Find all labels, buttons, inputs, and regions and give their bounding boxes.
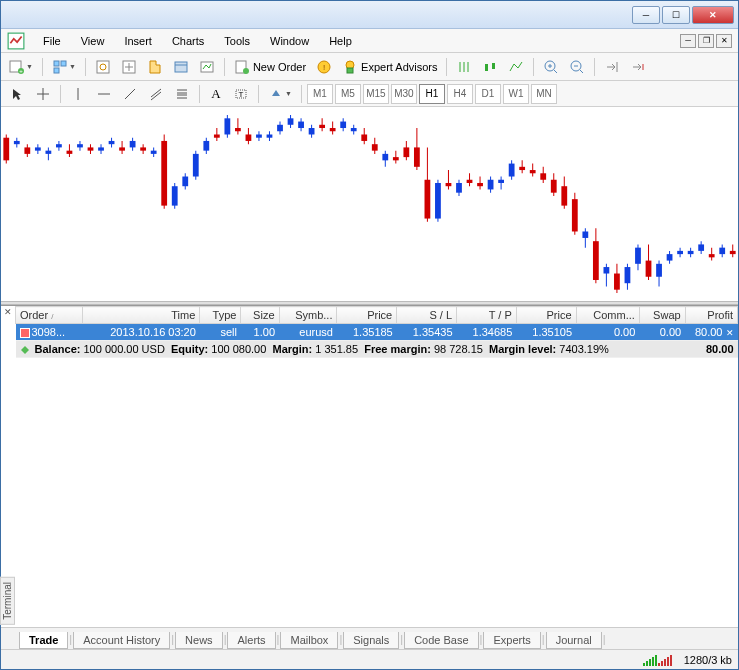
tab-account-history[interactable]: Account History — [73, 632, 170, 649]
svg-rect-115 — [351, 128, 357, 131]
col-order[interactable]: Order / — [16, 307, 83, 324]
svg-rect-81 — [172, 186, 178, 205]
tab-trade[interactable]: Trade — [19, 632, 68, 649]
line-chart-button[interactable] — [504, 56, 528, 78]
svg-rect-179 — [688, 251, 694, 254]
menubar: File View Insert Charts Tools Window Hel… — [1, 29, 738, 53]
tab-alerts[interactable]: Alerts — [227, 632, 275, 649]
cursor-button[interactable] — [5, 83, 29, 105]
chart-shift-button[interactable] — [626, 56, 650, 78]
timeframe-w1[interactable]: W1 — [503, 84, 529, 104]
svg-rect-159 — [582, 231, 588, 237]
crosshair-button[interactable] — [31, 83, 55, 105]
horizontal-line-button[interactable] — [92, 83, 116, 105]
menu-charts[interactable]: Charts — [162, 32, 214, 50]
tab-journal[interactable]: Journal — [546, 632, 602, 649]
menu-help[interactable]: Help — [319, 32, 362, 50]
auto-scroll-button[interactable] — [600, 56, 624, 78]
col-type[interactable]: Type — [200, 307, 241, 324]
terminal-close-button[interactable]: ✕ — [2, 307, 14, 319]
timeframe-h1[interactable]: H1 — [419, 84, 445, 104]
zoom-in-button[interactable] — [539, 56, 563, 78]
timeframe-m30[interactable]: M30 — [391, 84, 417, 104]
mdi-close-button[interactable]: ✕ — [716, 34, 732, 48]
menu-file[interactable]: File — [33, 32, 71, 50]
col-profit[interactable]: Profit — [685, 307, 737, 324]
order-row[interactable]: 3098... 2013.10.16 03:20 sell 1.00 eurus… — [16, 324, 738, 341]
order-icon — [20, 328, 30, 338]
mdi-restore-button[interactable]: ❐ — [698, 34, 714, 48]
svg-rect-109 — [319, 125, 325, 128]
text-button[interactable]: A — [205, 83, 227, 105]
window-close-button[interactable]: ✕ — [692, 6, 734, 24]
col-symbol[interactable]: Symb... — [279, 307, 337, 324]
new-chart-button[interactable]: +▼ — [5, 56, 37, 78]
timeframe-m1[interactable]: M1 — [307, 84, 333, 104]
svg-rect-49 — [3, 138, 9, 161]
strategy-tester-button[interactable] — [195, 56, 219, 78]
menu-window[interactable]: Window — [260, 32, 319, 50]
timeframe-mn[interactable]: MN — [531, 84, 557, 104]
svg-rect-87 — [203, 141, 209, 151]
metaquotes-button[interactable]: ! — [312, 56, 336, 78]
traffic-label: 1280/3 kb — [684, 654, 732, 666]
svg-rect-79 — [161, 141, 167, 206]
window-minimize-button[interactable]: ─ — [632, 6, 660, 24]
tab-signals[interactable]: Signals — [343, 632, 399, 649]
trendline-button[interactable] — [118, 83, 142, 105]
timeframe-m15[interactable]: M15 — [363, 84, 389, 104]
svg-rect-71 — [119, 147, 125, 150]
timeframe-m5[interactable]: M5 — [335, 84, 361, 104]
titlebar: ─ ☐ ✕ — [1, 1, 738, 29]
bar-chart-button[interactable] — [452, 56, 476, 78]
candle-chart-button[interactable] — [478, 56, 502, 78]
menu-tools[interactable]: Tools — [214, 32, 260, 50]
svg-rect-55 — [35, 147, 41, 150]
menu-view[interactable]: View — [71, 32, 115, 50]
tab-code-base[interactable]: Code Base — [404, 632, 478, 649]
mdi-minimize-button[interactable]: ─ — [680, 34, 696, 48]
svg-rect-103 — [288, 118, 294, 124]
col-tp[interactable]: T / P — [457, 307, 517, 324]
text-label-button[interactable]: T — [229, 83, 253, 105]
tab-experts[interactable]: Experts — [483, 632, 540, 649]
arrows-button[interactable]: ▼ — [264, 83, 296, 105]
svg-rect-125 — [403, 147, 409, 157]
svg-rect-133 — [446, 183, 452, 186]
col-sl[interactable]: S / L — [397, 307, 457, 324]
col-price[interactable]: Price — [337, 307, 397, 324]
svg-rect-7 — [97, 61, 109, 73]
tab-news[interactable]: News — [175, 632, 223, 649]
market-watch-button[interactable] — [91, 56, 115, 78]
col-time[interactable]: Time — [83, 307, 200, 324]
new-order-button[interactable]: New Order — [230, 56, 310, 78]
profiles-button[interactable]: ▼ — [48, 56, 80, 78]
terminal-button[interactable] — [169, 56, 193, 78]
expert-advisors-button[interactable]: Expert Advisors — [338, 56, 441, 78]
svg-rect-105 — [298, 122, 304, 128]
tab-mailbox[interactable]: Mailbox — [280, 632, 338, 649]
menu-insert[interactable]: Insert — [114, 32, 162, 50]
col-size[interactable]: Size — [241, 307, 279, 324]
zoom-out-button[interactable] — [565, 56, 589, 78]
col-price2[interactable]: Price — [516, 307, 576, 324]
timeframe-d1[interactable]: D1 — [475, 84, 501, 104]
channel-button[interactable] — [144, 83, 168, 105]
statusbar: 1280/3 kb — [1, 649, 738, 669]
fibonacci-button[interactable] — [170, 83, 194, 105]
svg-rect-67 — [98, 147, 104, 150]
vertical-line-button[interactable] — [66, 83, 90, 105]
timeframe-h4[interactable]: H4 — [447, 84, 473, 104]
col-swap[interactable]: Swap — [639, 307, 685, 324]
svg-rect-189 — [21, 329, 29, 337]
data-window-button[interactable] — [117, 56, 141, 78]
navigator-button[interactable] — [143, 56, 167, 78]
window-maximize-button[interactable]: ☐ — [662, 6, 690, 24]
col-comm[interactable]: Comm... — [576, 307, 639, 324]
svg-rect-20 — [347, 68, 353, 73]
svg-rect-91 — [224, 118, 230, 134]
svg-rect-167 — [625, 267, 631, 283]
svg-rect-147 — [519, 167, 525, 170]
chart-area[interactable] — [1, 107, 738, 301]
svg-rect-149 — [530, 170, 536, 173]
